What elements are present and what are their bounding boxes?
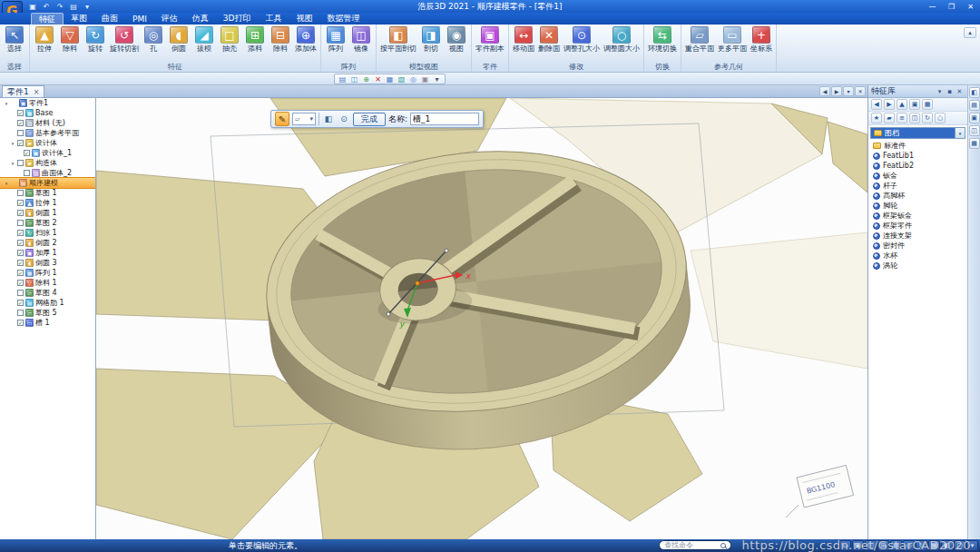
forward-icon[interactable]: ▶: [884, 99, 895, 110]
annotation-note[interactable]: BG1100: [797, 465, 854, 508]
back-icon[interactable]: ◀: [871, 99, 882, 110]
view-button[interactable]: ◉ 视图: [444, 25, 469, 53]
thin-wall-button[interactable]: □ 抽壳: [217, 25, 242, 53]
menu-tab-surface[interactable]: 曲面: [94, 13, 125, 25]
collapse-ribbon-button[interactable]: ▴: [964, 27, 976, 38]
library-item-standard[interactable]: 标准件: [868, 141, 967, 151]
library-item-caster[interactable]: 脚轮: [868, 201, 967, 211]
tab-scroll-left-button[interactable]: ◀: [819, 86, 830, 96]
name-input[interactable]: [410, 113, 479, 125]
3d-model-canvas[interactable]: x y BG1100: [96, 98, 867, 539]
library-item-seal[interactable]: 密封件: [868, 241, 967, 251]
blade-right-back[interactable]: [691, 232, 867, 369]
visibility-checkbox[interactable]: ✓: [17, 270, 24, 276]
tree-item-web-network-1[interactable]: ✓ ▤ 网格肋 1: [0, 298, 95, 308]
tree-item-cutout-1[interactable]: ✓ ▽ 除料 1: [0, 278, 95, 288]
blade-right-tip[interactable]: [828, 122, 867, 192]
library-item-frame-part[interactable]: 框架零件: [868, 221, 967, 231]
pattern-button[interactable]: ▦ 阵列: [323, 25, 348, 53]
tree-item-round-2[interactable]: ✓ ◖ 倒圆 2: [0, 238, 95, 248]
resize-hole-button[interactable]: ⊙ 调整孔大小: [562, 25, 602, 53]
visibility-checkbox[interactable]: ✓: [17, 240, 24, 246]
select-button[interactable]: ↖ 选择: [2, 25, 27, 53]
up-icon[interactable]: ▲: [897, 99, 907, 110]
tree-item-material[interactable]: ✓ ▨ 材料 (无): [0, 118, 95, 128]
tree-item-base[interactable]: ✓ ▦ Base: [0, 108, 95, 118]
menu-tab-tools[interactable]: 工具: [259, 13, 289, 25]
visibility-checkbox[interactable]: ✓: [17, 110, 24, 116]
chevron-down-icon[interactable]: ▾: [955, 128, 965, 138]
folders-icon[interactable]: ▰: [884, 113, 895, 123]
revolve-cut-button[interactable]: ↺ 旋转切割: [108, 25, 141, 53]
visibility-checkbox[interactable]: ✓: [17, 200, 24, 206]
refresh-icon[interactable]: ↻: [922, 113, 933, 123]
extrude-button[interactable]: ▲ 拉伸: [32, 25, 57, 53]
tree-item-slot-1[interactable]: ✓ ▭ 槽 1: [0, 318, 95, 328]
visibility-checkbox[interactable]: ✓: [17, 300, 24, 306]
favorites-icon[interactable]: ★: [871, 113, 882, 123]
finish-button[interactable]: 完成: [353, 113, 386, 126]
library-item-featlib2[interactable]: FeatLib2: [868, 161, 967, 171]
clipboard-icon[interactable]: ▤: [338, 74, 348, 84]
menu-tab-sketch[interactable]: 草图: [64, 13, 94, 25]
environment-switch-button[interactable]: ⇆ 环境切换: [646, 25, 679, 53]
tree-item-part1[interactable]: ▾ ▣ 零件1: [0, 98, 95, 108]
new-folder-icon[interactable]: ▣: [909, 99, 920, 110]
move-face-button[interactable]: ↔ 移动面: [511, 25, 536, 53]
add-body-button[interactable]: ⊕ 添加体: [293, 25, 318, 53]
layers-tab-icon[interactable]: ▣: [969, 113, 980, 123]
visibility-checkbox[interactable]: ✓: [17, 320, 24, 326]
visibility-checkbox[interactable]: ✓: [17, 280, 24, 286]
visibility-checkbox[interactable]: ✓: [17, 260, 24, 266]
tree-item-sketch-4[interactable]: ▱ 草图 4: [0, 288, 95, 298]
search-icon[interactable]: ○: [935, 113, 946, 123]
library-item-bracket[interactable]: 连接支架: [868, 231, 967, 241]
round-button[interactable]: ◖ 倒圆: [166, 25, 191, 53]
views-icon[interactable]: ▦: [922, 99, 933, 110]
hole-button[interactable]: ◎ 孔: [141, 25, 166, 53]
qat-menu-icon[interactable]: ▾: [82, 2, 93, 12]
family-tab-icon[interactable]: ▦: [969, 138, 980, 149]
tree-item-extrude-1[interactable]: ✓ ▲ 拉伸 1: [0, 198, 95, 208]
revolve-button[interactable]: ↻ 旋转: [83, 25, 108, 53]
sensors-tab-icon[interactable]: ◫: [969, 125, 980, 136]
delete-face-button[interactable]: ✕ 删除面: [536, 25, 562, 53]
tab-scroll-right-button[interactable]: ▶: [831, 86, 842, 96]
grid-icon[interactable]: ▦: [385, 74, 395, 84]
expander-icon[interactable]: ▾: [10, 141, 15, 146]
library-item-rod[interactable]: 杆子: [868, 181, 967, 191]
target-icon[interactable]: ◎: [408, 74, 418, 84]
tree-item-sketch-5[interactable]: ▱ 草图 5: [0, 308, 95, 318]
menu-tab-view[interactable]: 视图: [289, 13, 320, 25]
library-folder-select[interactable]: 图档 ▾: [870, 127, 965, 139]
library-item-goblet[interactable]: 高脚杯: [868, 191, 967, 201]
tree-item-round-1[interactable]: ✓ ◖ 倒圆 1: [0, 208, 95, 218]
menu-tab-data[interactable]: 数据管理: [320, 13, 368, 25]
coincident-plane-button[interactable]: ▱ 重合平面: [683, 25, 716, 53]
settings-icon[interactable]: ▣: [420, 74, 430, 84]
add-icon[interactable]: ⊕: [361, 74, 371, 84]
expander-icon[interactable]: ▾: [4, 101, 9, 106]
tree-item-thicken-1[interactable]: ✓ ▣ 加厚 1: [0, 248, 95, 258]
save-icon[interactable]: ▣: [27, 2, 38, 12]
panel-menu-icon[interactable]: ▾: [935, 88, 945, 95]
list-view-icon[interactable]: ≡: [897, 113, 907, 123]
visibility-checkbox[interactable]: [17, 160, 24, 166]
add-material-button[interactable]: ⊞ 添料: [242, 25, 268, 53]
library-item-frame-sheetmetal[interactable]: 框架钣金: [868, 211, 967, 221]
visibility-checkbox[interactable]: ✓: [17, 140, 24, 146]
visibility-checkbox[interactable]: ✓: [17, 120, 24, 126]
print-icon[interactable]: ▤: [68, 2, 79, 12]
tab-list-button[interactable]: ▾: [843, 86, 854, 96]
visibility-checkbox[interactable]: ✓: [24, 150, 30, 156]
tree-item-construction[interactable]: ▾ ▰ 构造体: [0, 158, 95, 168]
resize-round-button[interactable]: ○ 调整圆大小: [602, 25, 642, 53]
tree-item-sweep-1[interactable]: ✓ ↻ 扫掠 1: [0, 228, 95, 238]
menu-tab-simulate[interactable]: 仿真: [185, 13, 216, 25]
coordinate-system-button[interactable]: + 坐标系: [749, 25, 774, 53]
mirror-button[interactable]: ◫ 镜像: [348, 25, 374, 53]
tree-item-design-bodies[interactable]: ▾ ✓ ▰ 设计体: [0, 138, 95, 148]
undo-icon[interactable]: ↶: [41, 2, 52, 12]
library-item-cup[interactable]: 水杯: [868, 251, 967, 261]
close-button[interactable]: ✕: [961, 1, 980, 13]
